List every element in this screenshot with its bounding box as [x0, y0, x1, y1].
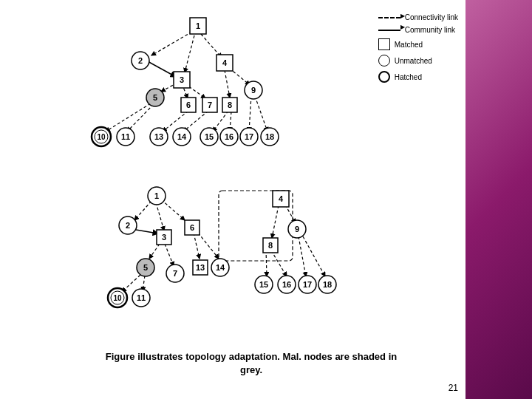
- svg-text:10: 10: [97, 133, 106, 141]
- svg-text:4: 4: [279, 194, 284, 203]
- svg-line-60: [272, 205, 279, 238]
- svg-text:7: 7: [173, 269, 177, 278]
- svg-line-3: [185, 35, 194, 72]
- svg-line-57: [161, 200, 185, 220]
- figure-caption: Figure illustrates topology adaptation. …: [44, 350, 458, 377]
- svg-line-13: [183, 111, 208, 132]
- svg-text:15: 15: [205, 132, 214, 141]
- svg-line-56: [156, 202, 164, 231]
- svg-line-10: [106, 103, 151, 132]
- svg-text:2: 2: [138, 56, 143, 65]
- svg-text:13: 13: [154, 132, 163, 141]
- svg-text:2: 2: [126, 221, 130, 230]
- svg-line-65: [198, 233, 219, 259]
- diagram-svg: 1 2 3 4 5 6 7 8 9 10 11 13 14 15 16 17 1…: [0, 0, 532, 399]
- svg-text:5: 5: [153, 93, 157, 102]
- svg-text:4: 4: [222, 58, 228, 67]
- svg-text:16: 16: [225, 132, 233, 141]
- svg-line-67: [271, 250, 287, 276]
- svg-line-55: [134, 201, 151, 220]
- svg-text:18: 18: [265, 132, 274, 141]
- page-number: 21: [449, 383, 458, 393]
- svg-text:11: 11: [121, 132, 130, 141]
- svg-text:6: 6: [190, 223, 194, 232]
- svg-text:7: 7: [208, 100, 212, 109]
- svg-text:8: 8: [228, 100, 232, 109]
- svg-text:11: 11: [137, 293, 146, 302]
- svg-text:17: 17: [303, 280, 312, 289]
- svg-text:13: 13: [196, 263, 205, 272]
- svg-line-18: [146, 61, 176, 77]
- svg-line-68: [299, 236, 306, 276]
- svg-text:3: 3: [162, 233, 166, 242]
- svg-text:14: 14: [177, 132, 187, 141]
- svg-text:14: 14: [216, 263, 225, 272]
- caption-text: Figure illustrates topology adaptation. …: [106, 351, 397, 375]
- svg-text:16: 16: [282, 280, 291, 289]
- svg-line-58: [149, 244, 160, 259]
- svg-text:15: 15: [259, 280, 268, 289]
- svg-text:5: 5: [143, 263, 148, 272]
- svg-text:1: 1: [196, 21, 200, 30]
- svg-line-69: [303, 236, 325, 276]
- svg-line-59: [165, 244, 174, 266]
- svg-line-66: [266, 250, 267, 276]
- svg-text:9: 9: [251, 86, 256, 95]
- svg-text:10: 10: [113, 294, 122, 302]
- svg-line-4: [201, 34, 222, 58]
- svg-line-17: [255, 96, 267, 132]
- svg-line-11: [127, 104, 154, 132]
- svg-text:8: 8: [268, 241, 273, 250]
- svg-text:17: 17: [245, 132, 253, 141]
- svg-text:9: 9: [295, 225, 299, 233]
- svg-text:18: 18: [323, 280, 332, 289]
- svg-text:1: 1: [154, 191, 159, 200]
- svg-text:6: 6: [186, 100, 191, 109]
- svg-text:3: 3: [180, 75, 184, 84]
- svg-line-16: [249, 96, 251, 132]
- svg-line-8: [225, 70, 230, 98]
- svg-line-64: [194, 233, 200, 259]
- svg-line-2: [151, 32, 192, 55]
